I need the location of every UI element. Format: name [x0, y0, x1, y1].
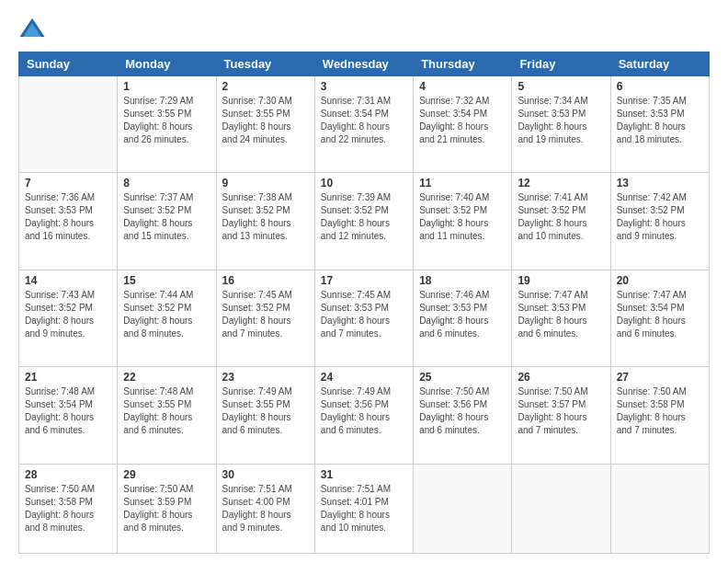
calendar-week-row: 28Sunrise: 7:50 AM Sunset: 3:58 PM Dayli…	[19, 464, 710, 553]
calendar-week-row: 7Sunrise: 7:36 AM Sunset: 3:53 PM Daylig…	[19, 173, 710, 270]
day-info: Sunrise: 7:30 AM Sunset: 3:55 PM Dayligh…	[222, 95, 309, 146]
day-number: 14	[25, 274, 111, 287]
day-info: Sunrise: 7:50 AM Sunset: 3:59 PM Dayligh…	[123, 483, 210, 534]
calendar-cell: 22Sunrise: 7:48 AM Sunset: 3:55 PM Dayli…	[118, 367, 216, 464]
day-number: 24	[321, 371, 407, 384]
day-number: 31	[321, 468, 407, 481]
calendar-cell: 18Sunrise: 7:46 AM Sunset: 3:53 PM Dayli…	[414, 270, 512, 366]
day-info: Sunrise: 7:43 AM Sunset: 3:52 PM Dayligh…	[25, 289, 111, 340]
calendar-cell: 25Sunrise: 7:50 AM Sunset: 3:56 PM Dayli…	[414, 367, 512, 464]
calendar-cell: 10Sunrise: 7:39 AM Sunset: 3:52 PM Dayli…	[314, 173, 413, 270]
calendar-cell: 13Sunrise: 7:42 AM Sunset: 3:52 PM Dayli…	[610, 173, 709, 270]
day-info: Sunrise: 7:51 AM Sunset: 4:00 PM Dayligh…	[222, 483, 309, 534]
day-number: 29	[123, 468, 210, 481]
day-info: Sunrise: 7:35 AM Sunset: 3:53 PM Dayligh…	[617, 95, 703, 146]
day-number: 27	[617, 371, 703, 384]
day-number: 1	[123, 80, 210, 93]
day-number: 20	[617, 274, 703, 287]
calendar-cell: 1Sunrise: 7:29 AM Sunset: 3:55 PM Daylig…	[118, 76, 216, 173]
calendar-cell: 9Sunrise: 7:38 AM Sunset: 3:52 PM Daylig…	[216, 173, 314, 270]
day-info: Sunrise: 7:40 AM Sunset: 3:52 PM Dayligh…	[419, 191, 506, 243]
calendar-cell: 19Sunrise: 7:47 AM Sunset: 3:53 PM Dayli…	[512, 270, 610, 366]
day-number: 13	[617, 177, 703, 190]
day-info: Sunrise: 7:34 AM Sunset: 3:53 PM Dayligh…	[518, 95, 604, 146]
calendar-cell	[610, 464, 709, 553]
day-info: Sunrise: 7:50 AM Sunset: 3:58 PM Dayligh…	[617, 385, 703, 437]
calendar-cell: 14Sunrise: 7:43 AM Sunset: 3:52 PM Dayli…	[19, 270, 118, 366]
weekday-header: Monday	[118, 52, 216, 76]
day-info: Sunrise: 7:41 AM Sunset: 3:52 PM Dayligh…	[518, 191, 604, 243]
day-info: Sunrise: 7:31 AM Sunset: 3:54 PM Dayligh…	[321, 95, 407, 146]
day-number: 19	[518, 274, 604, 287]
day-info: Sunrise: 7:49 AM Sunset: 3:55 PM Dayligh…	[222, 385, 309, 437]
day-number: 25	[419, 371, 506, 384]
day-info: Sunrise: 7:51 AM Sunset: 4:01 PM Dayligh…	[321, 483, 407, 534]
logo	[18, 15, 50, 42]
calendar-cell: 4Sunrise: 7:32 AM Sunset: 3:54 PM Daylig…	[414, 76, 512, 173]
logo-icon	[18, 15, 46, 42]
day-info: Sunrise: 7:45 AM Sunset: 3:53 PM Dayligh…	[321, 289, 407, 340]
weekday-header: Sunday	[19, 52, 118, 76]
day-info: Sunrise: 7:38 AM Sunset: 3:52 PM Dayligh…	[222, 191, 309, 243]
calendar-cell	[19, 76, 118, 173]
weekday-header: Wednesday	[314, 52, 413, 76]
calendar-cell: 11Sunrise: 7:40 AM Sunset: 3:52 PM Dayli…	[414, 173, 512, 270]
calendar-cell: 24Sunrise: 7:49 AM Sunset: 3:56 PM Dayli…	[314, 367, 413, 464]
day-number: 4	[419, 80, 506, 93]
day-number: 15	[123, 274, 210, 287]
day-number: 3	[321, 80, 407, 93]
calendar-cell: 6Sunrise: 7:35 AM Sunset: 3:53 PM Daylig…	[610, 76, 709, 173]
day-number: 26	[518, 371, 604, 384]
calendar-cell: 31Sunrise: 7:51 AM Sunset: 4:01 PM Dayli…	[314, 464, 413, 553]
calendar-cell: 8Sunrise: 7:37 AM Sunset: 3:52 PM Daylig…	[118, 173, 216, 270]
weekday-header: Tuesday	[216, 52, 314, 76]
day-info: Sunrise: 7:47 AM Sunset: 3:53 PM Dayligh…	[518, 289, 604, 340]
calendar-week-row: 1Sunrise: 7:29 AM Sunset: 3:55 PM Daylig…	[19, 76, 710, 173]
weekday-header: Friday	[512, 52, 610, 76]
calendar-header-row: SundayMondayTuesdayWednesdayThursdayFrid…	[19, 52, 710, 76]
weekday-header: Thursday	[414, 52, 512, 76]
day-info: Sunrise: 7:42 AM Sunset: 3:52 PM Dayligh…	[617, 191, 703, 243]
calendar-cell: 17Sunrise: 7:45 AM Sunset: 3:53 PM Dayli…	[314, 270, 413, 366]
day-number: 10	[321, 177, 407, 190]
day-number: 9	[222, 177, 309, 190]
day-number: 17	[321, 274, 407, 287]
calendar-cell: 30Sunrise: 7:51 AM Sunset: 4:00 PM Dayli…	[216, 464, 314, 553]
day-info: Sunrise: 7:47 AM Sunset: 3:54 PM Dayligh…	[617, 289, 703, 340]
day-number: 16	[222, 274, 309, 287]
calendar-week-row: 21Sunrise: 7:48 AM Sunset: 3:54 PM Dayli…	[19, 367, 710, 464]
calendar-cell: 26Sunrise: 7:50 AM Sunset: 3:57 PM Dayli…	[512, 367, 610, 464]
day-info: Sunrise: 7:32 AM Sunset: 3:54 PM Dayligh…	[419, 95, 506, 146]
day-info: Sunrise: 7:44 AM Sunset: 3:52 PM Dayligh…	[123, 289, 210, 340]
header	[18, 15, 710, 42]
calendar-cell: 27Sunrise: 7:50 AM Sunset: 3:58 PM Dayli…	[610, 367, 709, 464]
calendar-cell: 20Sunrise: 7:47 AM Sunset: 3:54 PM Dayli…	[610, 270, 709, 366]
day-info: Sunrise: 7:50 AM Sunset: 3:56 PM Dayligh…	[419, 385, 506, 437]
calendar-cell: 7Sunrise: 7:36 AM Sunset: 3:53 PM Daylig…	[19, 173, 118, 270]
calendar-cell: 3Sunrise: 7:31 AM Sunset: 3:54 PM Daylig…	[314, 76, 413, 173]
day-number: 18	[419, 274, 506, 287]
calendar-cell	[414, 464, 512, 553]
day-info: Sunrise: 7:48 AM Sunset: 3:54 PM Dayligh…	[25, 385, 111, 437]
calendar-cell: 12Sunrise: 7:41 AM Sunset: 3:52 PM Dayli…	[512, 173, 610, 270]
day-number: 11	[419, 177, 506, 190]
day-info: Sunrise: 7:49 AM Sunset: 3:56 PM Dayligh…	[321, 385, 407, 437]
calendar: SundayMondayTuesdayWednesdayThursdayFrid…	[18, 52, 710, 554]
day-info: Sunrise: 7:46 AM Sunset: 3:53 PM Dayligh…	[419, 289, 506, 340]
day-info: Sunrise: 7:50 AM Sunset: 3:58 PM Dayligh…	[25, 483, 111, 534]
calendar-cell: 16Sunrise: 7:45 AM Sunset: 3:52 PM Dayli…	[216, 270, 314, 366]
calendar-cell	[512, 464, 610, 553]
day-number: 7	[25, 177, 111, 190]
calendar-cell: 29Sunrise: 7:50 AM Sunset: 3:59 PM Dayli…	[118, 464, 216, 553]
calendar-cell: 21Sunrise: 7:48 AM Sunset: 3:54 PM Dayli…	[19, 367, 118, 464]
day-number: 28	[25, 468, 111, 481]
day-number: 5	[518, 80, 604, 93]
calendar-cell: 5Sunrise: 7:34 AM Sunset: 3:53 PM Daylig…	[512, 76, 610, 173]
calendar-week-row: 14Sunrise: 7:43 AM Sunset: 3:52 PM Dayli…	[19, 270, 710, 366]
weekday-header: Saturday	[610, 52, 709, 76]
day-info: Sunrise: 7:45 AM Sunset: 3:52 PM Dayligh…	[222, 289, 309, 340]
calendar-cell: 23Sunrise: 7:49 AM Sunset: 3:55 PM Dayli…	[216, 367, 314, 464]
day-number: 2	[222, 80, 309, 93]
day-info: Sunrise: 7:37 AM Sunset: 3:52 PM Dayligh…	[123, 191, 210, 243]
calendar-cell: 28Sunrise: 7:50 AM Sunset: 3:58 PM Dayli…	[19, 464, 118, 553]
